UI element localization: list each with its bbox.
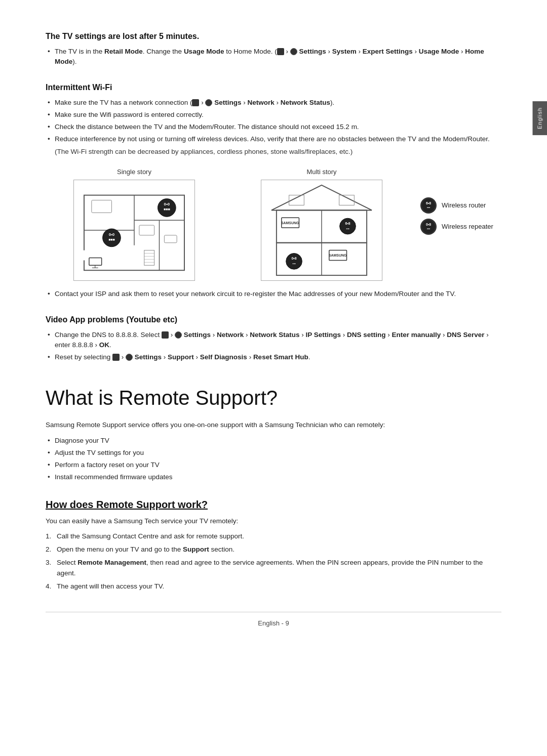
list-item: Perform a factory reset on your TV <box>46 460 501 470</box>
step-item: 4. The agent will then access your TV. <box>46 581 501 592</box>
list-item: Diagnose your TV <box>46 436 501 446</box>
section-how-remote-works: How does Remote Support work? You can ea… <box>46 497 501 592</box>
remote-support-intro: Samsung Remote Support service offers yo… <box>46 420 501 430</box>
svg-text:6•8: 6•8 <box>426 201 431 205</box>
legend-router: 6•8 ▪▪▪ Wireless router <box>420 197 501 214</box>
how-remote-works-intro: You can easily have a Samsung Tech servi… <box>46 516 501 526</box>
section-wifi-list: Make sure the TV has a network connectio… <box>46 98 501 145</box>
svg-rect-15 <box>92 200 112 213</box>
svg-text:0•0: 0•0 <box>164 202 170 207</box>
svg-text:▪▪▪: ▪▪▪ <box>346 227 349 230</box>
svg-text:SAMSUNG: SAMSUNG <box>281 221 299 225</box>
section-tv-settings-title: The TV settings are lost after 5 minutes… <box>46 30 501 43</box>
svg-point-40 <box>422 199 435 212</box>
svg-marker-23 <box>271 185 372 211</box>
step-item: 2. Open the menu on your TV and go to th… <box>46 544 501 555</box>
list-item: Contact your ISP and ask them to reset y… <box>46 289 501 299</box>
list-item: The TV is in the Retail Mode. Change the… <box>46 47 501 67</box>
svg-text:▪▪▪: ▪▪▪ <box>427 227 430 230</box>
svg-text:0•0: 0•0 <box>109 232 115 237</box>
list-item: Reset by selecting › Settings › Support … <box>46 352 501 362</box>
wifi-contact-list: Contact your ISP and ask them to reset y… <box>46 289 501 299</box>
section-tv-settings-list: The TV is in the Retail Mode. Change the… <box>46 47 501 67</box>
section-video-app-title: Video App problems (Youtube etc) <box>46 314 501 326</box>
step-item: 3. Select Remote Management, then read a… <box>46 558 501 578</box>
svg-point-43 <box>422 220 435 233</box>
list-item: Adjust the TV settings for you <box>46 448 501 458</box>
svg-text:■■■: ■■■ <box>108 238 115 241</box>
list-item: Reduce interference by not using or turn… <box>46 134 501 144</box>
section-wifi-title: Intermittent Wi-Fi <box>46 81 501 94</box>
legend-repeater: 0•8 ▪▪▪ Wireless repeater <box>420 219 501 235</box>
list-item: Make sure the TV has a network connectio… <box>46 98 501 108</box>
router-icon: 6•8 ▪▪▪ <box>420 197 437 214</box>
step-item: 1. Call the Samsung Contact Centre and a… <box>46 531 501 541</box>
single-story-label: Single story <box>46 167 223 177</box>
section-tv-settings: The TV settings are lost after 5 minutes… <box>46 30 501 67</box>
svg-text:6•8: 6•8 <box>345 222 350 225</box>
remote-support-list: Diagnose your TV Adjust the TV settings … <box>46 436 501 483</box>
wifi-indent-note: (The Wi-Fi strength can be decreased by … <box>46 147 501 157</box>
repeater-icon: 0•8 ▪▪▪ <box>420 219 437 235</box>
remote-support-title: What is Remote Support? <box>46 383 501 413</box>
multi-story-label: Multi story <box>233 167 410 177</box>
svg-point-34 <box>340 218 356 234</box>
footer-text: English - 9 <box>258 619 289 627</box>
page-footer: English - 9 <box>46 612 501 628</box>
svg-text:0•8: 0•8 <box>426 223 431 226</box>
svg-text:▪▪▪: ▪▪▪ <box>292 263 295 266</box>
svg-text:0•8: 0•8 <box>291 257 296 261</box>
how-remote-works-steps: 1. Call the Samsung Contact Centre and a… <box>46 531 501 592</box>
list-item: Change the DNS to 8.8.8.8. Select › Sett… <box>46 330 501 351</box>
svg-point-37 <box>286 254 302 270</box>
section-wifi: Intermittent Wi-Fi Make sure the TV has … <box>46 81 501 300</box>
diagram-legend: 6•8 ▪▪▪ Wireless router 0•8 ▪▪▪ W <box>420 167 501 235</box>
svg-rect-16 <box>139 225 154 235</box>
svg-text:▪▪▪: ▪▪▪ <box>427 206 430 209</box>
single-story-diagram: Single story <box>46 167 223 284</box>
how-remote-works-title: How does Remote Support work? <box>46 497 501 512</box>
section-video-app: Video App problems (Youtube etc) Change … <box>46 314 501 363</box>
multi-story-diagram: Multi story <box>233 167 410 284</box>
list-item: Check the distance between the TV and th… <box>46 122 501 132</box>
section-video-app-list: Change the DNS to 8.8.8.8. Select › Sett… <box>46 330 501 363</box>
list-item: Make sure the Wifi password is entered c… <box>46 110 501 120</box>
list-item: Install recommended firmware updates <box>46 472 501 482</box>
svg-rect-6 <box>89 258 102 266</box>
svg-text:SAMSUNG: SAMSUNG <box>329 254 346 258</box>
svg-text:■■■: ■■■ <box>164 208 170 212</box>
section-remote-support: What is Remote Support? Samsung Remote S… <box>46 383 501 482</box>
svg-rect-17 <box>164 235 177 243</box>
wifi-diagram-section: Single story <box>46 167 501 284</box>
svg-rect-18 <box>144 250 154 266</box>
